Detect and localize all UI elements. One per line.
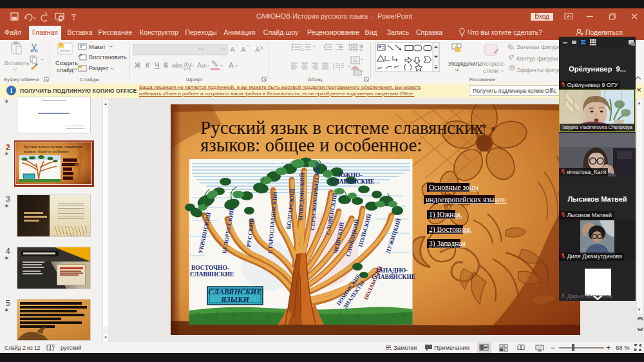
svg-text:A: A — [230, 46, 235, 53]
svg-text:2: 2 — [301, 48, 304, 52]
svg-text:A: A — [229, 61, 234, 69]
svg-text:Абзац: Абзац — [308, 77, 323, 82]
svg-text:СЛАВЯНСКИЕ: СЛАВЯНСКИЕ — [190, 271, 234, 278]
svg-text:Шрифт: Шрифт — [186, 77, 204, 82]
svg-text:Восстановить: Восстановить — [89, 54, 127, 61]
svg-text:К: К — [146, 61, 151, 69]
svg-text:СЛАВЯНСКИЕ: СЛАВЯНСКИЕ — [330, 178, 374, 185]
svg-text:^: ^ — [236, 43, 238, 49]
svg-text:ЯЗЫКИ: ЯЗЫКИ — [220, 295, 249, 304]
svg-text:ВОСТОЧНО-: ВОСТОЧНО- — [191, 265, 229, 271]
svg-text:Рисование: Рисование — [469, 77, 496, 82]
svg-text:Вставить: Вставить — [5, 60, 30, 66]
svg-text:Создать: Создать — [55, 60, 78, 66]
svg-text:2) Востояная,: 2) Востояная, — [429, 225, 472, 234]
svg-text:Ж: Ж — [134, 61, 141, 69]
svg-text:Слайды: Слайды — [80, 77, 99, 82]
svg-text:языков: общее и особенное:: языков: общее и особенное: — [24, 149, 70, 153]
svg-text:СЛАВЯНСКИЕ: СЛАВЯНСКИЕ — [372, 274, 415, 280]
svg-text:Основные зоны: Основные зоны — [429, 184, 478, 191]
svg-text:Упорядочить: Упорядочить — [448, 61, 481, 67]
svg-text:Контур фигуры: Контур фигуры — [516, 55, 558, 62]
svg-text:A: A — [241, 46, 246, 53]
svg-text:AV: AV — [184, 62, 192, 69]
svg-text:1) Южная,: 1) Южная, — [429, 211, 462, 219]
svg-text:Раздел: Раздел — [89, 65, 108, 71]
svg-text:Буфер обмена: Буфер обмена — [4, 77, 39, 82]
svg-text:Экспресс-: Экспресс- — [479, 61, 506, 67]
svg-text:Русский язык в системе славянс: Русский язык в системе славянских — [24, 145, 82, 149]
svg-text:Ч: Ч — [155, 61, 159, 69]
svg-text:ЮЖНО-: ЮЖНО- — [338, 172, 362, 178]
svg-text:стили: стили — [483, 68, 498, 74]
svg-text:языков: общее и особенное:: языков: общее и особенное: — [200, 135, 422, 155]
svg-text:Заливка фигуры: Заливка фигуры — [516, 44, 562, 50]
svg-text:abc: abc — [172, 62, 182, 69]
svg-text:Макет: Макет — [89, 44, 106, 50]
svg-text:A: A — [255, 46, 260, 53]
svg-text:индоевропейских языков:: индоевропейских языков: — [426, 196, 507, 204]
svg-text:ЗАПАДНО-: ЗАПАДНО- — [375, 267, 408, 274]
svg-text:слайд: слайд — [57, 67, 73, 73]
svg-text:3) Западная: 3) Западная — [429, 240, 466, 248]
svg-text:Aa: Aa — [197, 61, 206, 69]
svg-text:Эффекты фигур: Эффекты фигур — [516, 67, 562, 73]
svg-text:1: 1 — [301, 43, 304, 47]
svg-text:S: S — [164, 61, 168, 69]
